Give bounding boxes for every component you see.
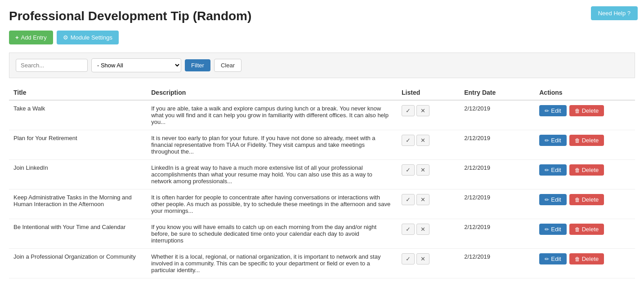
data-table: Title Description Listed Entry Date Acti… [9, 85, 635, 278]
row-listed: ✓ ✕ [397, 160, 460, 189]
listed-check-button[interactable]: ✓ [402, 194, 415, 205]
table-row: Keep Administrative Tasks in the Morning… [9, 189, 635, 219]
row-title: Keep Administrative Tasks in the Morning… [9, 189, 147, 219]
row-title: Join LinkedIn [9, 160, 147, 189]
pencil-icon [545, 167, 549, 173]
row-listed: ✓ ✕ [397, 219, 460, 249]
listed-check-button[interactable]: ✓ [402, 164, 415, 176]
row-description: LinkedIn is a great way to have a much m… [147, 160, 397, 189]
table-body: Take a Walk If you are able, take a walk… [9, 100, 635, 278]
row-entry-date: 2/12/2019 [460, 189, 535, 219]
clear-button[interactable]: Clear [214, 59, 242, 72]
row-actions: Edit Delete [535, 130, 635, 160]
delete-button[interactable]: Delete [569, 194, 604, 205]
add-entry-button[interactable]: Add Entry [9, 31, 53, 44]
trash-icon [575, 167, 580, 173]
trash-icon [575, 196, 580, 203]
trash-icon [575, 226, 580, 233]
row-entry-date: 2/12/2019 [460, 249, 535, 278]
delete-button[interactable]: Delete [569, 135, 604, 146]
row-actions: Edit Delete [535, 249, 635, 278]
row-description: Whether it is a local, regional, or nati… [147, 249, 397, 278]
table-row: Join LinkedIn LinkedIn is a great way to… [9, 160, 635, 189]
listed-x-button[interactable]: ✕ [416, 105, 429, 116]
listed-x-button[interactable]: ✕ [416, 164, 429, 176]
row-title: Join a Professional Organization or Comm… [9, 249, 147, 278]
col-header-entry-date: Entry Date [460, 85, 535, 100]
trash-icon [575, 137, 580, 144]
add-entry-label: Add Entry [21, 34, 47, 41]
col-header-listed: Listed [397, 85, 460, 100]
row-description: If you know you will have emails to catc… [147, 219, 397, 249]
filter-button[interactable]: Filter [185, 59, 210, 71]
delete-button[interactable]: Delete [569, 253, 604, 264]
search-input[interactable] [16, 59, 88, 72]
table-row: Take a Walk If you are able, take a walk… [9, 100, 635, 130]
edit-button[interactable]: Edit [539, 224, 566, 235]
listed-check-button[interactable]: ✓ [402, 135, 415, 146]
listed-x-button[interactable]: ✕ [416, 194, 429, 205]
row-actions: Edit Delete [535, 219, 635, 249]
page-title: Professional Development Tip (Random) [9, 9, 635, 23]
edit-button[interactable]: Edit [539, 253, 566, 264]
row-title: Plan for Your Retirement [9, 130, 147, 160]
pencil-icon [545, 196, 549, 203]
page-wrapper: Professional Development Tip (Random) Ad… [0, 0, 644, 287]
toolbar: Add Entry Module Settings [9, 31, 635, 44]
row-listed: ✓ ✕ [397, 189, 460, 219]
pencil-icon [545, 226, 549, 233]
listed-check-button[interactable]: ✓ [402, 253, 415, 264]
listed-x-button[interactable]: ✕ [416, 224, 429, 235]
row-description: If you are able, take a walk and explore… [147, 100, 397, 130]
pencil-icon [545, 256, 549, 262]
row-actions: Edit Delete [535, 100, 635, 130]
edit-button[interactable]: Edit [539, 105, 566, 116]
show-all-select[interactable]: - Show All Listed Unlisted [91, 58, 181, 72]
listed-check-button[interactable]: ✓ [402, 105, 415, 116]
row-description: It is never too early to plan for your f… [147, 130, 397, 160]
row-entry-date: 2/12/2019 [460, 160, 535, 189]
row-listed: ✓ ✕ [397, 130, 460, 160]
row-actions: Edit Delete [535, 160, 635, 189]
edit-button[interactable]: Edit [539, 194, 566, 205]
row-title: Be Intentional with Your Time and Calend… [9, 219, 147, 249]
listed-check-button[interactable]: ✓ [402, 224, 415, 235]
need-help-button[interactable]: Need Help ? [591, 6, 638, 20]
table-row: Join a Professional Organization or Comm… [9, 249, 635, 278]
delete-button[interactable]: Delete [569, 164, 604, 176]
pencil-icon [545, 107, 549, 114]
delete-button[interactable]: Delete [569, 224, 604, 235]
listed-x-button[interactable]: ✕ [416, 135, 429, 146]
row-entry-date: 2/12/2019 [460, 100, 535, 130]
col-header-title: Title [9, 85, 147, 100]
delete-button[interactable]: Delete [569, 105, 604, 116]
table-header: Title Description Listed Entry Date Acti… [9, 85, 635, 100]
row-listed: ✓ ✕ [397, 249, 460, 278]
row-entry-date: 2/12/2019 [460, 130, 535, 160]
pencil-icon [545, 137, 549, 144]
table-row: Be Intentional with Your Time and Calend… [9, 219, 635, 249]
row-actions: Edit Delete [535, 189, 635, 219]
edit-button[interactable]: Edit [539, 164, 566, 176]
module-settings-button[interactable]: Module Settings [57, 31, 119, 44]
row-description: It is often harder for people to concent… [147, 189, 397, 219]
row-title: Take a Walk [9, 100, 147, 130]
table-row: Plan for Your Retirement It is never too… [9, 130, 635, 160]
col-header-description: Description [147, 85, 397, 100]
row-listed: ✓ ✕ [397, 100, 460, 130]
listed-x-button[interactable]: ✕ [416, 253, 429, 264]
trash-icon [575, 107, 580, 114]
row-entry-date: 2/12/2019 [460, 219, 535, 249]
edit-button[interactable]: Edit [539, 135, 566, 146]
col-header-actions: Actions [535, 85, 635, 100]
trash-icon [575, 256, 580, 262]
module-settings-label: Module Settings [71, 34, 112, 41]
settings-icon [63, 34, 68, 41]
plus-icon [15, 34, 19, 41]
filter-bar: - Show All Listed Unlisted Filter Clear [9, 53, 635, 78]
